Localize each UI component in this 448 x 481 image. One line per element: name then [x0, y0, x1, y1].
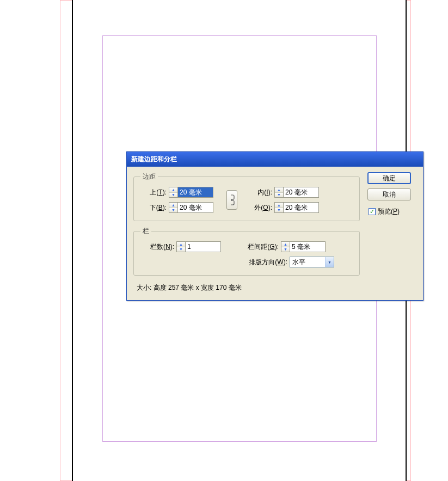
- dialog-title: 新建边距和分栏: [131, 155, 177, 163]
- preview-row[interactable]: ✓ 预览(P): [369, 207, 416, 216]
- outside-spin-down[interactable]: ▼: [275, 208, 283, 213]
- dialog-left-column: 边距 上(T): ▲ ▼: [133, 172, 360, 295]
- count-spin-up[interactable]: ▲: [177, 242, 185, 247]
- ok-button[interactable]: 确定: [367, 172, 411, 184]
- count-input[interactable]: [185, 241, 221, 252]
- count-label: 栏数(N):: [140, 242, 174, 252]
- count-spin-down[interactable]: ▼: [177, 247, 185, 252]
- cancel-label: 取消: [383, 190, 396, 199]
- inside-spin-up[interactable]: ▲: [275, 187, 283, 192]
- direction-label: 排版方向(W):: [246, 258, 287, 267]
- gutter-input[interactable]: [290, 241, 326, 252]
- bottom-spin-up[interactable]: ▲: [169, 203, 177, 208]
- preview-checkbox[interactable]: ✓: [369, 208, 376, 215]
- count-spinner[interactable]: ▲ ▼: [176, 241, 221, 252]
- bottom-input[interactable]: [177, 202, 213, 213]
- link-margins-button[interactable]: [226, 190, 237, 210]
- dialog-titlebar[interactable]: 新建边距和分栏: [127, 152, 423, 167]
- new-margins-columns-dialog: 新建边距和分栏 边距 上(T): ▲ ▼: [126, 151, 424, 301]
- columns-legend: 栏: [140, 227, 151, 236]
- inside-label: 内(I):: [246, 188, 272, 197]
- dialog-body: 边距 上(T): ▲ ▼: [127, 167, 423, 300]
- dialog-right-column: 确定 取消 ✓ 预览(P): [367, 172, 416, 295]
- inside-spin-down[interactable]: ▼: [275, 192, 283, 198]
- outside-label: 外(O):: [246, 203, 272, 212]
- preview-label: 预览(P): [378, 207, 400, 216]
- direction-value: 水平: [292, 258, 305, 267]
- gutter-spin-down[interactable]: ▼: [281, 247, 290, 252]
- chevron-down-icon: ▼: [325, 257, 334, 267]
- document-canvas: 新建边距和分栏 边距 上(T): ▲ ▼: [0, 0, 448, 481]
- columns-group: 栏 栏数(N): ▲ ▼ 栏间距: [133, 227, 360, 276]
- inside-input[interactable]: [283, 187, 319, 198]
- link-icon: [229, 194, 235, 206]
- direction-combo[interactable]: 水平 ▼: [290, 257, 334, 267]
- bottom-spinner[interactable]: ▲ ▼: [169, 202, 213, 213]
- gutter-label: 栏间距(G):: [245, 242, 279, 252]
- top-spinner[interactable]: ▲ ▼: [169, 187, 213, 198]
- inside-spinner[interactable]: ▲ ▼: [274, 187, 319, 198]
- margins-legend: 边距: [140, 172, 158, 181]
- top-input[interactable]: [177, 187, 213, 198]
- top-spin-down[interactable]: ▼: [169, 192, 177, 198]
- top-spin-up[interactable]: ▲: [169, 187, 177, 192]
- ok-label: 确定: [383, 174, 396, 183]
- cancel-button[interactable]: 取消: [367, 188, 411, 200]
- top-label: 上(T):: [140, 188, 167, 197]
- bottom-spin-down[interactable]: ▼: [169, 208, 177, 213]
- outside-spin-up[interactable]: ▲: [275, 203, 283, 208]
- margins-group: 边距 上(T): ▲ ▼: [133, 172, 360, 221]
- check-icon: ✓: [370, 208, 375, 215]
- outside-input[interactable]: [283, 202, 319, 213]
- size-footer: 大小: 高度 257 毫米 x 宽度 170 毫米: [133, 281, 360, 295]
- gutter-spinner[interactable]: ▲ ▼: [281, 241, 326, 252]
- gutter-spin-up[interactable]: ▲: [281, 242, 290, 247]
- bottom-label: 下(B):: [140, 203, 167, 212]
- outside-spinner[interactable]: ▲ ▼: [274, 202, 319, 213]
